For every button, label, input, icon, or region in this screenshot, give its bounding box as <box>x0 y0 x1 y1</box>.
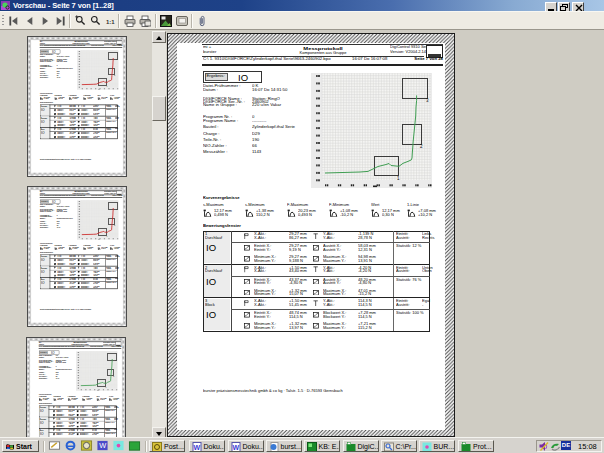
svg-text:1: 1 <box>105 387 106 388</box>
svg-text:W: W <box>232 444 239 451</box>
svg-text:1: 1 <box>106 86 107 87</box>
svg-text:2: 2 <box>113 376 114 377</box>
svg-text:3: 3 <box>116 59 117 60</box>
svg-text:3: 3 <box>115 360 116 361</box>
svg-text:1: 1 <box>106 236 107 237</box>
svg-text:W: W <box>193 444 200 451</box>
svg-text:2: 2 <box>114 75 115 76</box>
svg-text:2: 2 <box>114 225 115 226</box>
svg-text:3: 3 <box>116 209 117 210</box>
svg-text:W: W <box>99 441 106 450</box>
